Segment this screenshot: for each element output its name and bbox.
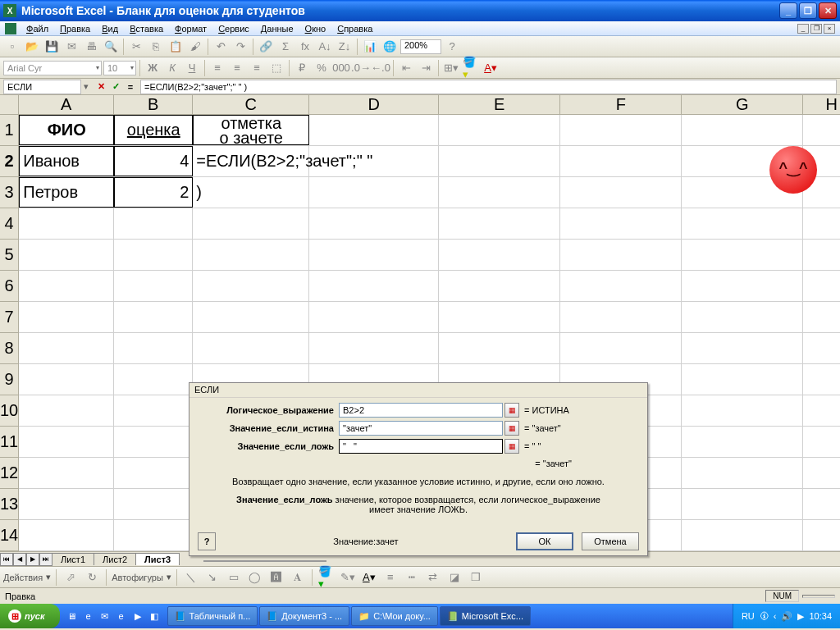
cell-H11[interactable] <box>803 427 840 457</box>
cell-H9[interactable] <box>803 364 840 395</box>
borders-button[interactable]: ⊞▾ <box>442 59 460 77</box>
spreadsheet-grid[interactable]: 1234567891011121314 ABCDEFGH ФИОоценкаот… <box>0 95 840 551</box>
fx-button[interactable]: fx <box>296 38 314 56</box>
edit-formula[interactable]: = <box>124 80 137 94</box>
cell-B12[interactable] <box>114 458 193 488</box>
cell-G8[interactable] <box>682 333 803 363</box>
cell-H13[interactable] <box>803 489 840 519</box>
menu-Правка[interactable]: Правка <box>55 23 95 34</box>
autoshapes-menu[interactable]: Автофигуры <box>112 573 163 582</box>
cell-C2[interactable]: =ЕСЛИ(B2>2;"зачет";" " <box>193 146 309 176</box>
ok-button[interactable]: ОК <box>516 532 573 550</box>
cell-C3[interactable]: ) <box>193 177 309 208</box>
cell-H7[interactable] <box>803 302 840 332</box>
tray-app[interactable]: ▶ <box>797 611 804 622</box>
menu-Вставка[interactable]: Вставка <box>125 23 168 34</box>
cell-A2[interactable]: Иванов <box>19 146 114 176</box>
menu-Справка[interactable]: Справка <box>332 23 377 34</box>
task-item[interactable]: 📁C:\Мои доку... <box>351 606 438 626</box>
cell-F4[interactable] <box>560 208 682 239</box>
row-header-5[interactable]: 5 <box>0 240 18 271</box>
format-painter[interactable]: 🖌 <box>186 38 204 56</box>
currency-button[interactable]: ₽ <box>293 59 311 77</box>
select-objects[interactable]: ⬀ <box>62 568 80 587</box>
cell-C5[interactable] <box>193 240 309 270</box>
row-header-1[interactable]: 1 <box>0 115 18 146</box>
cell-C1[interactable]: отметкао зачете <box>193 115 309 145</box>
tab-next[interactable]: ▶ <box>26 553 39 566</box>
cell-G1[interactable] <box>682 115 803 145</box>
cell-B7[interactable] <box>114 302 193 332</box>
formula-input[interactable]: =ЕСЛИ(B2>2;"зачет";" " ) <box>140 80 837 94</box>
align-center[interactable]: ≡ <box>228 59 246 77</box>
row-header-7[interactable]: 7 <box>0 302 18 333</box>
sum-button[interactable]: Σ <box>276 38 294 56</box>
cell-D4[interactable] <box>309 208 439 239</box>
cell-H10[interactable] <box>803 395 840 426</box>
cell-F1[interactable] <box>560 115 682 145</box>
task-item[interactable]: 📘Табличный п... <box>167 606 258 626</box>
cell-E4[interactable] <box>439 208 560 239</box>
cell-A4[interactable] <box>19 208 114 239</box>
dec-decimal[interactable]: ←.0 <box>372 59 390 77</box>
dialog-help-button[interactable]: ? <box>198 532 216 550</box>
cell-D8[interactable] <box>309 333 439 363</box>
sort-asc[interactable]: A↓ <box>316 38 334 56</box>
close-button[interactable]: ✕ <box>819 2 837 19</box>
print-button[interactable]: 🖶 <box>82 38 100 56</box>
fontsize-combo[interactable]: 10 <box>103 61 136 75</box>
menu-Формат[interactable]: Формат <box>170 23 212 34</box>
ql-media[interactable]: ▶ <box>130 609 145 623</box>
tab-prev[interactable]: ◀ <box>13 553 26 566</box>
textbox-tool[interactable]: 🅰 <box>267 568 285 587</box>
sheet-tab-Лист3[interactable]: Лист3 <box>135 553 180 565</box>
rect-tool[interactable]: ▭ <box>225 568 243 587</box>
bold-button[interactable]: Ж <box>144 59 162 77</box>
cell-B4[interactable] <box>114 208 193 239</box>
assistant-smiley[interactable] <box>769 146 817 194</box>
cell-F6[interactable] <box>560 271 682 301</box>
shadow[interactable]: ◪ <box>445 568 463 587</box>
row-header-4[interactable]: 4 <box>0 208 18 240</box>
ql-desktop[interactable]: 🖥 <box>65 609 80 623</box>
cell-G11[interactable] <box>682 427 803 457</box>
cell-A8[interactable] <box>19 333 114 363</box>
row-header-12[interactable]: 12 <box>0 458 18 489</box>
ql-ie[interactable]: e <box>81 609 96 623</box>
cell-D6[interactable] <box>309 271 439 301</box>
cell-F2[interactable] <box>560 146 682 176</box>
maximize-button[interactable]: ❐ <box>799 2 817 19</box>
cell-H5[interactable] <box>803 240 840 270</box>
cut-button[interactable]: ✂ <box>127 38 145 56</box>
clock[interactable]: 10:34 <box>809 611 832 621</box>
col-header-H[interactable]: H <box>803 95 840 114</box>
fill-color-draw[interactable]: 🪣▾ <box>317 568 336 587</box>
cell-C4[interactable] <box>193 208 309 239</box>
cell-A9[interactable] <box>19 364 114 395</box>
inc-indent[interactable]: ⇥ <box>417 59 435 77</box>
tray-chevron[interactable]: ‹ <box>774 611 777 621</box>
open-button[interactable]: 📂 <box>23 38 41 56</box>
mdi-minimize[interactable]: _ <box>797 24 809 34</box>
select-all[interactable] <box>0 95 18 115</box>
cell-E1[interactable] <box>439 115 560 145</box>
cell-H6[interactable] <box>803 271 840 301</box>
cell-B5[interactable] <box>114 240 193 270</box>
zoom-combo[interactable]: 200% <box>400 39 441 54</box>
cell-A3[interactable]: Петров <box>19 177 114 208</box>
arg2-ref-button[interactable]: ▦ <box>504 421 519 436</box>
arg1-input[interactable] <box>339 403 503 418</box>
cell-D7[interactable] <box>309 302 439 332</box>
arrow-style[interactable]: ⇄ <box>424 568 442 587</box>
cell-B13[interactable] <box>114 489 193 519</box>
cell-D1[interactable] <box>309 115 439 145</box>
font-combo[interactable]: Arial Cyr <box>3 61 102 75</box>
cell-F7[interactable] <box>560 302 682 332</box>
cell-G12[interactable] <box>682 458 803 488</box>
chart-button[interactable]: 📊 <box>361 38 379 56</box>
cell-G4[interactable] <box>682 208 803 239</box>
redo-button[interactable]: ↷ <box>231 38 249 56</box>
cell-H14[interactable] <box>803 520 840 550</box>
menu-Данные[interactable]: Данные <box>256 23 299 34</box>
cell-B8[interactable] <box>114 333 193 363</box>
